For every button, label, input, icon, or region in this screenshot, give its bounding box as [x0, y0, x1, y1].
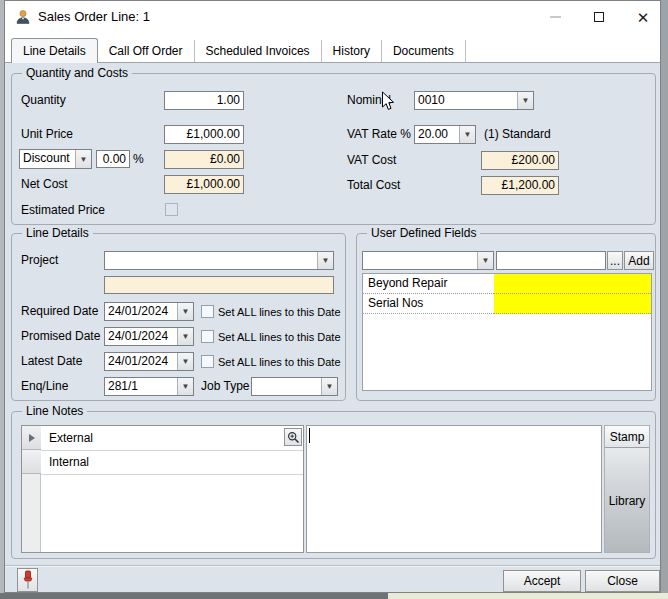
tab-documents[interactable]: Documents — [382, 40, 466, 62]
chevron-down-icon[interactable]: ▼ — [177, 303, 193, 320]
project-label: Project — [21, 253, 58, 268]
vat-rate-select[interactable]: 20.00 ▼ — [414, 125, 476, 144]
estimated-price-label: Estimated Price — [21, 203, 105, 218]
udf-value-input[interactable] — [496, 251, 606, 270]
group-legend: Quantity and Costs — [22, 66, 132, 81]
percent-sign-label: % — [133, 152, 144, 167]
tab-line-details[interactable]: Line Details — [11, 38, 98, 63]
note-zoom-button[interactable] — [284, 428, 302, 446]
udf-ellipsis-button[interactable]: ... — [607, 251, 623, 270]
screen: Sales Order Line: 1 ✕ Line Details Call … — [0, 0, 668, 599]
chevron-down-icon[interactable]: ▼ — [321, 378, 337, 395]
chevron-down-icon[interactable]: ▼ — [177, 353, 193, 370]
latest-date-picker[interactable]: 24/01/2024 ▼ — [104, 352, 194, 371]
note-category-grid: External Internal — [21, 425, 304, 553]
chevron-down-icon[interactable]: ▼ — [177, 328, 193, 345]
enq-line-select[interactable]: 281/1 ▼ — [104, 377, 194, 396]
pin-button[interactable] — [17, 568, 38, 592]
latest-date-set-all-checkbox[interactable] — [201, 355, 214, 368]
chevron-down-icon[interactable]: ▼ — [459, 126, 475, 143]
stamp-button[interactable]: Stamp — [605, 426, 649, 448]
required-date-set-all-checkbox[interactable] — [201, 305, 214, 318]
group-legend: Line Notes — [22, 404, 87, 419]
note-category-external[interactable]: External — [49, 426, 93, 450]
sales-order-line-dialog: Sales Order Line: 1 ✕ Line Details Call … — [4, 0, 661, 593]
close-dialog-button[interactable]: Close — [585, 570, 660, 592]
nominal-select[interactable]: 0010 ▼ — [414, 91, 534, 110]
udf-field-select[interactable]: ▼ — [362, 251, 494, 270]
udf-row-value[interactable] — [494, 274, 651, 294]
udf-row[interactable]: Beyond Repair — [363, 274, 651, 294]
close-icon: ✕ — [637, 10, 650, 25]
maximize-button[interactable] — [581, 1, 617, 33]
udf-row-name: Beyond Repair — [363, 274, 494, 294]
net-cost-field: £1,000.00 — [164, 175, 244, 194]
tab-strip: Line Details Call Off Order Scheduled In… — [5, 33, 660, 63]
promised-date-picker[interactable]: 24/01/2024 ▼ — [104, 327, 194, 346]
library-button[interactable]: Library — [605, 488, 649, 514]
divider — [5, 565, 660, 567]
promised-date-label: Promised Date — [21, 329, 100, 344]
background-window-sliver-bottom-left — [0, 593, 388, 599]
title-bar[interactable]: Sales Order Line: 1 ✕ — [5, 1, 660, 33]
total-cost-label: Total Cost — [347, 178, 400, 193]
quantity-input[interactable]: 1.00 — [164, 91, 244, 110]
promised-date-set-all-checkbox[interactable] — [201, 330, 214, 343]
vat-rate-label: VAT Rate % — [347, 127, 411, 142]
required-date-picker[interactable]: 24/01/2024 ▼ — [104, 302, 194, 321]
set-all-lines-label: Set ALL lines to this Date — [218, 355, 341, 370]
row-indicator-icon — [29, 434, 35, 442]
udf-row[interactable]: Serial Nos — [363, 294, 651, 314]
vat-rate-description: (1) Standard — [484, 127, 551, 142]
chevron-down-icon[interactable]: ▼ — [477, 252, 493, 269]
close-button[interactable]: ✕ — [625, 1, 661, 33]
group-legend: User Defined Fields — [367, 226, 480, 241]
minimize-button[interactable] — [537, 1, 573, 33]
project-detail-field — [104, 276, 334, 294]
required-date-label: Required Date — [21, 304, 98, 319]
text-caret — [309, 428, 310, 443]
total-cost-field: £1,200.00 — [481, 176, 559, 195]
chevron-down-icon[interactable]: ▼ — [177, 378, 193, 395]
tab-scheduled-invoices[interactable]: Scheduled Invoices — [195, 40, 322, 62]
divider — [41, 474, 303, 475]
job-type-label: Job Type — [201, 379, 249, 394]
enq-line-label: Enq/Line — [21, 379, 68, 394]
udf-list: Beyond Repair Serial Nos — [362, 273, 652, 391]
unit-price-label: Unit Price — [21, 127, 73, 142]
udf-row-value[interactable] — [494, 294, 651, 314]
magnifier-icon — [287, 431, 300, 444]
row-selector[interactable] — [22, 426, 41, 450]
chevron-down-icon[interactable]: ▼ — [517, 92, 533, 109]
minimize-icon — [550, 16, 561, 18]
accept-button[interactable]: Accept — [503, 570, 581, 592]
job-type-select[interactable]: ▼ — [251, 377, 338, 396]
unit-price-input[interactable]: £1,000.00 — [164, 125, 244, 144]
note-category-internal[interactable]: Internal — [49, 450, 89, 474]
window-title: Sales Order Line: 1 — [38, 1, 150, 33]
discount-type-select[interactable]: Discount ▼ — [19, 149, 92, 169]
maximize-icon — [594, 12, 604, 22]
udf-row-name: Serial Nos — [363, 294, 494, 314]
set-all-lines-label: Set ALL lines to this Date — [218, 330, 341, 345]
person-icon — [15, 9, 31, 25]
vat-cost-field: £200.00 — [481, 151, 559, 170]
set-all-lines-label: Set ALL lines to this Date — [218, 305, 341, 320]
net-cost-label: Net Cost — [21, 177, 68, 192]
discount-percent-input[interactable]: 0.00 — [96, 150, 130, 168]
divider — [41, 450, 303, 451]
tab-call-off-order[interactable]: Call Off Order — [98, 40, 195, 62]
row-selector[interactable] — [22, 450, 41, 474]
chevron-down-icon[interactable]: ▼ — [75, 150, 91, 168]
group-legend: Line Details — [22, 226, 93, 241]
discount-value-field: £0.00 — [164, 150, 244, 169]
project-select[interactable]: ▼ — [104, 251, 334, 270]
latest-date-label: Latest Date — [21, 354, 82, 369]
pushpin-icon — [21, 570, 35, 590]
chevron-down-icon[interactable]: ▼ — [317, 252, 333, 269]
estimated-price-checkbox[interactable] — [165, 203, 178, 216]
note-text-area[interactable] — [306, 425, 602, 553]
group-quantity-and-costs: Quantity and Costs — [11, 73, 656, 225]
udf-add-button[interactable]: Add — [624, 251, 654, 270]
tab-history[interactable]: History — [322, 40, 382, 62]
